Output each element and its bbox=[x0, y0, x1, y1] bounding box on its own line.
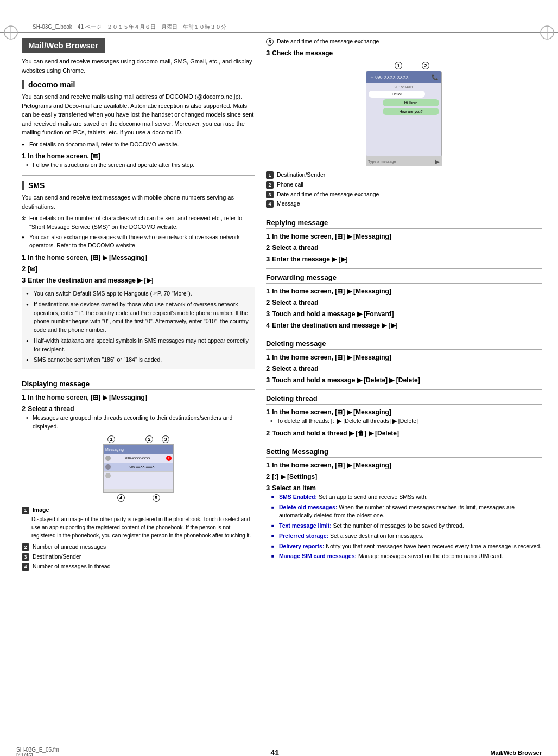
top-bar: SH-03G_E.book 41 ページ ２０１５年４月６日 月曜日 午前１０時… bbox=[0, 22, 558, 33]
setting-step3: 3 Select an item bbox=[266, 484, 542, 492]
sms-thread-image-area: 1 2 3 Messaging 090-XXXX-XXXX 2 bbox=[22, 435, 255, 502]
setting-item-manage-sim: Manage SIM card messages: Manage message… bbox=[271, 552, 542, 561]
displaying-step2-bullet: Messages are grouped into threads accord… bbox=[22, 414, 255, 431]
check-phone-screen: ← 090-XXXX-XXXX 📞 2015/04/01 Hello! Hi t… bbox=[366, 71, 442, 157]
deleting-thread-step1: 1 In the home screen, [⊞] ▶ [Messaging] bbox=[266, 408, 542, 416]
sms-thread-mockup: Messaging 090-XXXX-XXXX 2 000-XXXX-XXXX bbox=[103, 444, 174, 493]
replying-step2: 2 Select a thread bbox=[266, 244, 542, 252]
forwarding-title: Forwarding message bbox=[266, 273, 542, 284]
check-messages: 2015/04/01 Hello! Hi there How are you? bbox=[366, 83, 441, 119]
sms-thread-phone: 1 2 3 Messaging 090-XXXX-XXXX 2 bbox=[103, 435, 174, 502]
main-title: Mail/Web Browser bbox=[28, 41, 98, 50]
setting-items-list: SMS Enabled: Set an app to send and rece… bbox=[266, 493, 542, 561]
divider-replying bbox=[266, 214, 542, 214]
deleting-thread-step1-bullet: To delete all threads: [:] ▶ [Delete all… bbox=[266, 417, 542, 426]
docomo-mail-note1: For details on docomo mail, refer to the… bbox=[22, 140, 255, 149]
check-input-bar: Type a message ▶ bbox=[366, 156, 442, 157]
deleting-message-title: Deleting message bbox=[266, 339, 542, 350]
sms-thread-row3 bbox=[104, 472, 173, 480]
sms-body: You can send and receive text messages w… bbox=[22, 193, 255, 211]
deleting-msg-step3: 3 Touch and hold a message ▶ [Delete] ▶ … bbox=[266, 376, 542, 384]
thread-num2: 2 bbox=[145, 435, 153, 443]
setting-item-preferred-storage: Preferred storage: Set a save destinatio… bbox=[271, 532, 542, 541]
replying-step1: 1 In the home screen, [⊞] ▶ [Messaging] bbox=[266, 232, 542, 240]
sms-step2: 2 [✉] bbox=[22, 265, 255, 273]
sms-note-ast: For details on the number of characters … bbox=[22, 214, 255, 232]
page: SH-03G_E.book 41 ページ ２０１５年４月６日 月曜日 午前１０時… bbox=[0, 22, 558, 756]
caption-phone-call: 2 Phone call bbox=[266, 181, 542, 189]
sms-thread-row1: 090-XXXX-XXXX 2 bbox=[104, 454, 173, 463]
sms-avatar2 bbox=[105, 464, 111, 470]
displaying-message-title: Displaying message bbox=[22, 380, 255, 390]
check-date1: 2015/04/01 bbox=[369, 85, 439, 89]
caption-image-detail: Displayed if an image of the other party… bbox=[22, 515, 255, 540]
docomo-step1-bullet: Follow the instructions on the screen an… bbox=[22, 161, 255, 170]
left-column: Mail/Web Browser You can send and receiv… bbox=[22, 38, 255, 572]
docomo-mail-body: You can send and receive mails using mai… bbox=[22, 92, 255, 137]
sms-warning-box: You can switch Default SMS app to Hangou… bbox=[22, 287, 255, 369]
caption-dest-sender-right: 1 Destination/Sender bbox=[266, 171, 542, 180]
docomo-mail-title: docomo mail bbox=[22, 80, 255, 89]
sms-thread-row2: 000-XXXX-XXXX bbox=[104, 463, 173, 472]
check-message-image-area: 1 2 ← 090-XXXX-XXXX 📞 2015/04/01 bbox=[266, 61, 542, 166]
footer-right: Mail/Web Browser bbox=[490, 749, 542, 756]
check-step3: 3 Check the message bbox=[266, 49, 542, 57]
label5-date-time: 5 Date and time of the message exchange bbox=[266, 38, 542, 46]
sms-warn2: If destinations are devices owned by tho… bbox=[26, 300, 251, 335]
top-bar-text: SH-03G_E.book 41 ページ ２０１５年４月６日 月曜日 午前１０時… bbox=[33, 23, 226, 31]
caption-dest-sender: 3 Destination/Sender bbox=[22, 553, 255, 561]
forwarding-step1: 1 In the home screen, [⊞] ▶ [Messaging] bbox=[266, 287, 542, 295]
check-message-captions: 1 Destination/Sender 2 Phone call 3 Date… bbox=[266, 171, 542, 208]
right-column: 5 Date and time of the message exchange … bbox=[266, 38, 542, 572]
sms-step3: 3 Enter the destination and message ▶ [▶… bbox=[22, 276, 255, 284]
sms-warn1: You can switch Default SMS app to Hangou… bbox=[26, 290, 251, 298]
check-sent-msg: Hi there bbox=[383, 99, 439, 106]
footer-left: SH-03G_E_05.fm [41/46] bbox=[16, 747, 59, 756]
deleting-msg-step1: 1 In the home screen, [⊞] ▶ [Messaging] bbox=[266, 353, 542, 361]
thread-captions: 1 Image Displayed if an image of the oth… bbox=[22, 506, 255, 571]
setting-item-delivery-reports: Delivery reports: Notify you that sent m… bbox=[271, 542, 542, 551]
forwarding-step4: 4 Enter the destination and message ▶ [▶… bbox=[266, 321, 542, 329]
check-sent-msg2: How are you? bbox=[383, 108, 439, 115]
sms-title: SMS bbox=[22, 181, 255, 190]
check-num2: 2 bbox=[422, 61, 429, 69]
docomo-step1: 1 In the home screen, [✉] bbox=[22, 152, 255, 160]
divider-setting bbox=[266, 443, 542, 443]
setting-messaging-title: Setting Messaging bbox=[266, 447, 542, 458]
displaying-step1: 1 In the home screen, [⊞] ▶ [Messaging] bbox=[22, 393, 255, 401]
deleting-msg-step2: 2 Select a thread bbox=[266, 364, 542, 373]
thread-num4: 4 bbox=[117, 494, 125, 502]
check-num1: 1 bbox=[395, 61, 402, 69]
footer-filename: SH-03G_E_05.fm bbox=[16, 747, 59, 753]
caption-date-time: 3 Date and time of the message exchange bbox=[266, 190, 542, 199]
divider-sms bbox=[22, 175, 255, 176]
sms-warn3: Half-width katakana and special symbols … bbox=[26, 337, 251, 354]
setting-step1: 1 In the home screen, [⊞] ▶ [Messaging] bbox=[266, 461, 542, 469]
footer-page-ref: [41/46] bbox=[16, 753, 59, 756]
check-phone-outer: 1 2 ← 090-XXXX-XXXX 📞 2015/04/01 bbox=[366, 61, 442, 166]
caption-unread: 2 Number of unread messages bbox=[22, 543, 255, 552]
sms-thread-row4 bbox=[104, 480, 173, 489]
thread-num5: 5 bbox=[153, 494, 160, 502]
setting-item-text-limit: Text message limit: Set the number of me… bbox=[271, 522, 542, 530]
setting-item-sms-enabled: SMS Enabled: Set an app to send and rece… bbox=[271, 493, 542, 502]
thread-num1: 1 bbox=[107, 435, 115, 443]
divider-displaying bbox=[22, 375, 255, 375]
main-content: Mail/Web Browser You can send and receiv… bbox=[0, 33, 558, 578]
setting-step2: 2 [:] ▶ [Settings] bbox=[266, 472, 542, 480]
page-footer: SH-03G_E_05.fm [41/46] 41 Mail/Web Brows… bbox=[0, 744, 558, 756]
sms-note2: You can also exchange messages with thos… bbox=[22, 233, 255, 251]
deleting-thread-step2: 2 Touch and hold a thread ▶ [🗑] ▶ [Delet… bbox=[266, 429, 542, 437]
sms-warn4: SMS cannot be sent when "186" or "184" i… bbox=[26, 356, 251, 364]
unread-badge: 2 bbox=[166, 456, 172, 461]
replying-title: Replying message bbox=[266, 219, 542, 229]
main-intro: You can send and receive messages using … bbox=[22, 57, 255, 75]
check-recv-msg: Hello! bbox=[369, 91, 425, 98]
setting-item-delete-old: Delete old messages: When the number of … bbox=[271, 503, 542, 521]
divider-forwarding bbox=[266, 268, 542, 269]
sms-header-row: Messaging bbox=[104, 445, 173, 454]
sms-avatar3 bbox=[105, 473, 111, 478]
page-number: 41 bbox=[270, 748, 279, 756]
caption-num-messages: 4 Number of messages in thread bbox=[22, 562, 255, 571]
caption-image: 1 Image bbox=[22, 506, 255, 515]
